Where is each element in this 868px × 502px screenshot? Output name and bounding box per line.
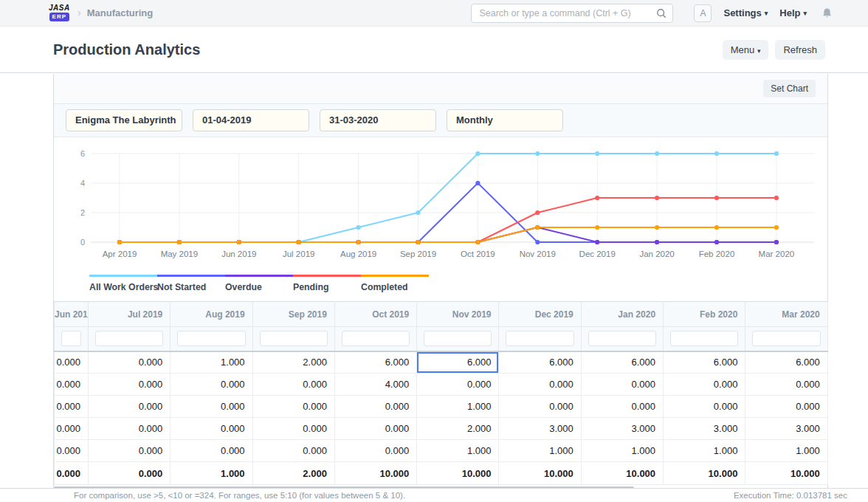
- cell[interactable]: 0.000: [334, 418, 416, 440]
- column-header-feb-2020[interactable]: Feb 2020: [664, 302, 745, 327]
- column-filter-input-1[interactable]: [95, 331, 163, 346]
- column-header-jun-2019[interactable]: Jun 2019: [55, 302, 89, 327]
- report-filter-3[interactable]: Monthly: [447, 109, 563, 131]
- cell[interactable]: 1.000: [499, 440, 581, 462]
- cell[interactable]: 0.000: [55, 440, 89, 462]
- report-filter-2[interactable]: 31-03-2020: [320, 109, 436, 131]
- total-cell[interactable]: 10.000: [745, 462, 827, 485]
- cell[interactable]: 3.000: [581, 418, 663, 440]
- cell[interactable]: 0.000: [664, 396, 745, 418]
- column-filter-input-6[interactable]: [506, 331, 574, 346]
- cell[interactable]: 3.000: [664, 418, 745, 440]
- column-header-aug-2019[interactable]: Aug 2019: [170, 302, 252, 327]
- cell[interactable]: 0.000: [664, 374, 745, 396]
- cell[interactable]: 1.000: [170, 351, 252, 374]
- total-cell[interactable]: 1.000: [170, 462, 252, 485]
- refresh-button[interactable]: Refresh: [775, 40, 825, 60]
- column-filter-input-9[interactable]: [752, 331, 820, 346]
- column-filter-input-2[interactable]: [177, 331, 245, 346]
- settings-menu[interactable]: Settings ▾: [723, 7, 768, 18]
- total-cell[interactable]: 10.000: [334, 462, 416, 485]
- cell[interactable]: 0.000: [170, 374, 252, 396]
- cell[interactable]: 6.000: [664, 351, 745, 374]
- cell[interactable]: 1.000: [417, 440, 499, 462]
- cell[interactable]: 1.000: [417, 396, 499, 418]
- column-filter-input-7[interactable]: [588, 331, 656, 346]
- column-header-mar-2020[interactable]: Mar 2020: [745, 302, 827, 327]
- cell[interactable]: 0.000: [170, 418, 252, 440]
- legend-item-pending[interactable]: Pending: [293, 275, 361, 292]
- cell[interactable]: 0.000: [252, 374, 334, 396]
- column-filter-input-8[interactable]: [670, 331, 738, 346]
- cell[interactable]: 1.000: [664, 440, 745, 462]
- app-logo[interactable]: JASA ERP: [49, 4, 70, 21]
- cell[interactable]: 0.000: [745, 396, 827, 418]
- report-filter-1[interactable]: 01-04-2019: [193, 109, 309, 131]
- cell[interactable]: 2.000: [252, 351, 334, 374]
- cell[interactable]: 3.000: [499, 418, 581, 440]
- help-menu[interactable]: Help ▾: [779, 7, 807, 18]
- column-header-jan-2020[interactable]: Jan 2020: [581, 302, 663, 327]
- cell[interactable]: 6.000: [581, 351, 663, 374]
- column-header-jul-2019[interactable]: Jul 2019: [89, 302, 170, 327]
- cell[interactable]: 0.000: [252, 396, 334, 418]
- menu-button[interactable]: Menu ▾: [723, 40, 769, 60]
- cell[interactable]: 0.000: [89, 351, 170, 374]
- notifications-bell-icon[interactable]: [822, 7, 833, 19]
- column-header-oct-2019[interactable]: Oct 2019: [334, 302, 416, 327]
- cell[interactable]: 0.000: [89, 440, 170, 462]
- column-header-dec-2019[interactable]: Dec 2019: [499, 302, 581, 327]
- cell[interactable]: 0.000: [417, 374, 499, 396]
- cell[interactable]: 0.000: [55, 351, 89, 374]
- legend-item-overdue[interactable]: Overdue: [225, 275, 293, 292]
- cell[interactable]: 1.000: [745, 440, 827, 462]
- cell[interactable]: 6.000: [334, 351, 416, 374]
- cell[interactable]: 4.000: [334, 374, 416, 396]
- cell[interactable]: 0.000: [55, 418, 89, 440]
- cell[interactable]: 6.000: [417, 351, 499, 374]
- column-filter-input-4[interactable]: [342, 331, 410, 346]
- cell[interactable]: 0.000: [334, 396, 416, 418]
- global-search[interactable]: [471, 4, 673, 23]
- cell[interactable]: 0.000: [55, 396, 89, 418]
- legend-item-completed[interactable]: Completed: [361, 275, 429, 292]
- cell[interactable]: 0.000: [581, 374, 663, 396]
- total-cell[interactable]: 0.000: [55, 462, 89, 485]
- cell[interactable]: 0.000: [334, 440, 416, 462]
- cell[interactable]: 0.000: [170, 440, 252, 462]
- cell[interactable]: 0.000: [581, 396, 663, 418]
- cell[interactable]: 1.000: [581, 440, 663, 462]
- cell[interactable]: 6.000: [499, 351, 581, 374]
- legend-item-all-work-orders[interactable]: All Work Orders: [89, 275, 157, 292]
- report-filter-0[interactable]: Enigma The Labyrinth: [66, 109, 182, 131]
- cell[interactable]: 2.000: [417, 418, 499, 440]
- total-cell[interactable]: 10.000: [581, 462, 663, 485]
- cell[interactable]: 0.000: [499, 396, 581, 418]
- legend-item-not-started[interactable]: Not Started: [157, 275, 225, 292]
- column-header-sep-2019[interactable]: Sep 2019: [252, 302, 334, 327]
- total-cell[interactable]: 10.000: [417, 462, 499, 485]
- cell[interactable]: 0.000: [89, 374, 170, 396]
- cell[interactable]: 6.000: [745, 351, 827, 374]
- set-chart-button[interactable]: Set Chart: [763, 80, 816, 97]
- cell[interactable]: 0.000: [89, 418, 170, 440]
- column-filter-input-5[interactable]: [424, 331, 492, 346]
- cell[interactable]: 0.000: [170, 396, 252, 418]
- cell[interactable]: 0.000: [55, 374, 89, 396]
- cell[interactable]: 0.000: [499, 374, 581, 396]
- total-cell[interactable]: 0.000: [89, 462, 170, 485]
- cell[interactable]: 0.000: [89, 396, 170, 418]
- cell[interactable]: 3.000: [745, 418, 827, 440]
- avatar[interactable]: A: [694, 4, 712, 22]
- total-cell[interactable]: 10.000: [664, 462, 745, 485]
- search-input[interactable]: [479, 8, 656, 18]
- column-header-nov-2019[interactable]: Nov 2019: [417, 302, 499, 327]
- cell[interactable]: 0.000: [252, 418, 334, 440]
- total-cell[interactable]: 2.000: [252, 462, 334, 485]
- breadcrumb-manufacturing[interactable]: Manufacturing: [87, 7, 154, 18]
- cell[interactable]: 0.000: [252, 440, 334, 462]
- column-filter-input-0[interactable]: [61, 331, 81, 346]
- total-cell[interactable]: 10.000: [499, 462, 581, 485]
- column-filter-input-3[interactable]: [260, 331, 328, 346]
- cell[interactable]: 0.000: [745, 374, 827, 396]
